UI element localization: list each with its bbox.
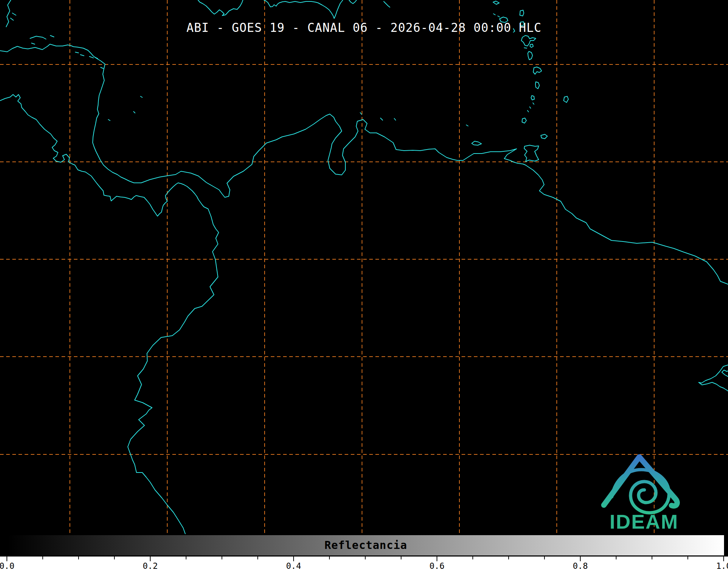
colorbar-tick [42,557,43,559]
colorbar-tick [78,557,79,559]
colorbar-tick [687,557,688,559]
reflectance-colorbar: Reflectancia [7,534,725,557]
colorbar-tick-label: 0.8 [573,561,588,571]
colorbar-tick [150,557,151,561]
colorbar-tick [186,557,186,559]
colorbar-tick [472,557,473,559]
colorbar-tick [365,557,366,559]
colorbar-tick [293,557,294,561]
colorbar-tick [7,557,7,561]
colorbar-tick [329,557,330,559]
colorbar-tick [616,557,617,559]
colorbar-tick [508,557,509,559]
ideam-mountain-icon [604,457,677,513]
colorbar-tick [652,557,652,559]
colorbar-tick [580,557,581,561]
colorbar-tick [544,557,545,559]
colorbar-tick [401,557,401,559]
colorbar-tick [222,557,222,559]
colorbar-tick [114,557,115,559]
satellite-image-viewport: ABI - GOES 19 - CANAL 06 - 2026-04-28 00… [0,0,728,571]
colorbar-label: Reflectancia [8,535,724,555]
colorbar-tick [437,557,437,561]
colorbar-tick [257,557,258,559]
colorbar-tick-label: 0.4 [286,561,301,571]
colorbar-tick [723,557,724,561]
colorbar-axis: 0.00.20.40.60.81.0 [0,557,728,571]
colorbar-tick-label: 0.6 [429,561,445,571]
colorbar-tick-label: 1.0 [716,561,728,571]
ideam-logo-text: IDEAM [610,510,678,533]
ideam-logo: IDEAM [0,0,728,571]
colorbar-tick-label: 0.2 [143,561,158,571]
colorbar-tick-label: 0.0 [0,561,14,571]
